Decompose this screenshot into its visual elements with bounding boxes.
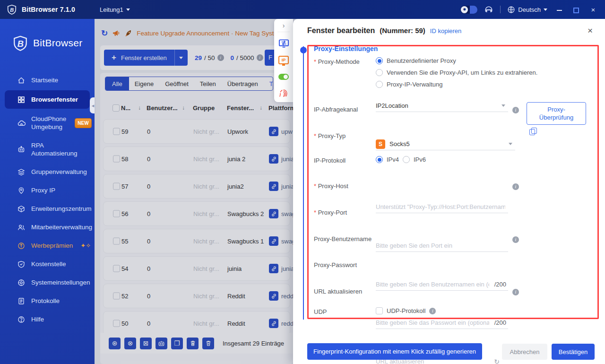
sidebar-item-erweiterungszentrum[interactable]: Erweiterungszentrum [0, 199, 95, 218]
proxy-port-input[interactable]: Bitte geben Sie den Port ein [376, 240, 508, 252]
row-checkbox[interactable] [113, 265, 120, 272]
sidebar-item-browserfenster[interactable]: Browserfenster [5, 90, 90, 109]
row-checkbox[interactable] [113, 293, 120, 300]
header-window[interactable]: Fenster... [227, 104, 254, 112]
info-icon[interactable] [217, 54, 224, 61]
window-sync-icon[interactable] [278, 38, 289, 49]
maximize-button[interactable] [571, 6, 581, 14]
radio-selected-icon[interactable] [376, 156, 383, 163]
collapse-chevron-icon[interactable]: › [277, 22, 290, 32]
radio-icon[interactable] [376, 81, 383, 88]
proxy-toggle-icon[interactable] [278, 71, 289, 82]
proxy-password-input[interactable]: Bitte geben Sie das Passwort ein (option… [376, 317, 508, 329]
create-window-button[interactable]: Fenster erstellen [104, 50, 188, 66]
table-row[interactable]: 56 0 Nicht gr... Swagbucks 2 swag [103, 201, 290, 226]
proxy-method-option-custom[interactable]: Benutzerdefinierter Proxy [376, 57, 456, 64]
proxy-method-option-ip-mgmt[interactable]: Proxy-IP-Verwaltung [376, 81, 443, 88]
ip-protocol-ipv6[interactable]: IPv6 [403, 156, 426, 163]
tab-alle[interactable]: Alle [105, 77, 129, 90]
row-checkbox[interactable] [113, 183, 120, 190]
info-icon[interactable] [512, 107, 519, 113]
tab-uebertragen[interactable]: Übertragen [222, 77, 264, 90]
sort-down-icon[interactable]: ↓ [138, 104, 141, 111]
tab-geoeffnet[interactable]: Geöffnet [159, 77, 194, 90]
udp-checkbox-row[interactable]: UDP-Protokoll [376, 307, 436, 314]
delete-icon[interactable] [202, 338, 214, 349]
table-row[interactable]: 57 0 Nicht gr... junia2 junia [103, 174, 290, 199]
ip-protocol-ipv4[interactable]: IPv4 [376, 156, 399, 163]
close-button[interactable]: × [588, 6, 598, 14]
header-number[interactable]: N... [121, 104, 130, 112]
sidebar-item-protokolle[interactable]: Protokolle [0, 292, 95, 310]
sidebar-item-proxy-ip[interactable]: Proxy IP [0, 181, 95, 199]
tab-eigene[interactable]: Eigene [129, 77, 159, 90]
force-close-icon[interactable]: ⊠ [140, 338, 152, 349]
copy-id-link[interactable]: ID kopieren [430, 27, 461, 35]
open-browser-icon[interactable]: ⊛ [109, 338, 121, 349]
tab-teilen[interactable]: Teilen [194, 77, 222, 90]
theme-toggle[interactable]: ✸ [460, 6, 477, 14]
proxy-method-option-api[interactable]: Verwenden Sie die Proxy-API, um Links zu… [376, 69, 537, 76]
row-checkbox[interactable] [113, 156, 120, 163]
header-user[interactable]: Benutzer... [147, 104, 178, 112]
radio-icon[interactable] [403, 156, 410, 163]
cancel-button[interactable]: Abbrechen [502, 344, 547, 360]
sidebar-item-werbepraemien[interactable]: Werbeprämien ✦✧ [0, 236, 95, 255]
table-row[interactable]: 52 0 Nicht gr... Reddit redd [103, 284, 290, 308]
sidebar-collapse-handle[interactable]: ◂ [90, 97, 96, 113]
row-checkbox[interactable] [113, 238, 120, 245]
udp-checkbox[interactable] [376, 307, 383, 314]
sidebar-item-startseite[interactable]: Startseite [0, 71, 95, 89]
create-window-dropdown[interactable] [174, 50, 188, 66]
sidebar-item-gruppenverwaltung[interactable]: Gruppenverwaltung [0, 163, 95, 181]
announcement-bar[interactable]: ↻ Feature Upgrade Announcement · New Tag… [101, 25, 283, 42]
fingerprint-icon[interactable] [278, 88, 289, 98]
sidebar-item-rpa[interactable]: RPA Automatisierung [0, 136, 95, 163]
proxy-host-input[interactable]: Unterstützt "Proxy-Typ://Host:Port:Benut… [376, 201, 508, 213]
info-icon[interactable] [257, 54, 263, 61]
ip-check-icon[interactable]: IP [278, 55, 289, 65]
table-row[interactable]: 54 0 Nicht gr... juinia junia [103, 256, 290, 281]
sidebar-item-cloudphone[interactable]: CloudPhone Umgebung NEW [0, 110, 95, 136]
sort-down-icon[interactable]: ↓ [259, 104, 262, 111]
table-row[interactable]: 50 0 Nicht gr... Reddit redd [103, 311, 290, 336]
line-selector[interactable]: Leitung1 [100, 6, 130, 13]
select-all-checkbox[interactable] [112, 104, 120, 112]
info-icon[interactable] [512, 183, 519, 190]
confirm-button[interactable]: Bestätigen [552, 344, 595, 360]
row-checkbox[interactable] [113, 320, 120, 327]
ip-channel-select[interactable]: IP2Location [376, 100, 508, 112]
info-icon[interactable] [512, 289, 519, 295]
support-headset-icon[interactable] [484, 5, 493, 14]
header-platform[interactable]: Plattform [268, 104, 295, 112]
info-icon[interactable] [512, 236, 519, 243]
modal-close-icon[interactable]: × [588, 26, 593, 36]
window-arrange-icon[interactable]: ❐ [171, 338, 183, 349]
proxy-check-button[interactable]: Proxy-Überprüfung [527, 102, 586, 125]
sidebar-item-mitarbeiterverwaltung[interactable]: Mitarbeiterverwaltung [0, 218, 95, 236]
tab-tags[interactable]: Tags [264, 77, 273, 90]
radio-icon[interactable] [376, 69, 383, 76]
recycle-bin-icon[interactable]: A [187, 338, 199, 349]
close-all-icon[interactable]: ⊗ [124, 338, 136, 349]
table-row[interactable]: 59 0 Nicht gr... Upwork upw [103, 119, 290, 144]
table-row[interactable]: 55 0 Nicht gr... Swagbucks 1 swag [103, 229, 290, 253]
minimize-button[interactable] [554, 6, 564, 14]
language-selector[interactable]: Deutsch [507, 6, 547, 14]
random-fingerprint-button[interactable]: Fingerprint-Konfiguration mit einem Klic… [307, 343, 482, 360]
radio-selected-icon[interactable] [376, 57, 383, 64]
sort-down-icon[interactable]: ↓ [182, 104, 185, 111]
row-checkbox[interactable] [113, 128, 120, 135]
header-group[interactable]: Gruppe [193, 104, 215, 112]
announcement-text[interactable]: Feature Upgrade Announcement · New Tag S… [137, 30, 283, 37]
proxy-type-select[interactable]: S Socks5 [376, 138, 515, 150]
sidebar-item-hilfe[interactable]: Hilfe [0, 310, 95, 329]
row-checkbox[interactable] [113, 210, 120, 217]
rpa-robot-icon[interactable] [156, 338, 167, 349]
copy-icon[interactable] [529, 128, 536, 134]
info-icon[interactable] [429, 308, 436, 314]
refresh-icon[interactable]: ↻ [101, 28, 108, 38]
proxy-username-input[interactable]: Bitte geben Sie den Benutzernamen ein (o… [376, 278, 508, 291]
sidebar-item-kostenstelle[interactable]: Kostenstelle [0, 255, 95, 273]
sidebar-item-systemeinstellungen[interactable]: Systemeinstellungen [0, 273, 95, 292]
